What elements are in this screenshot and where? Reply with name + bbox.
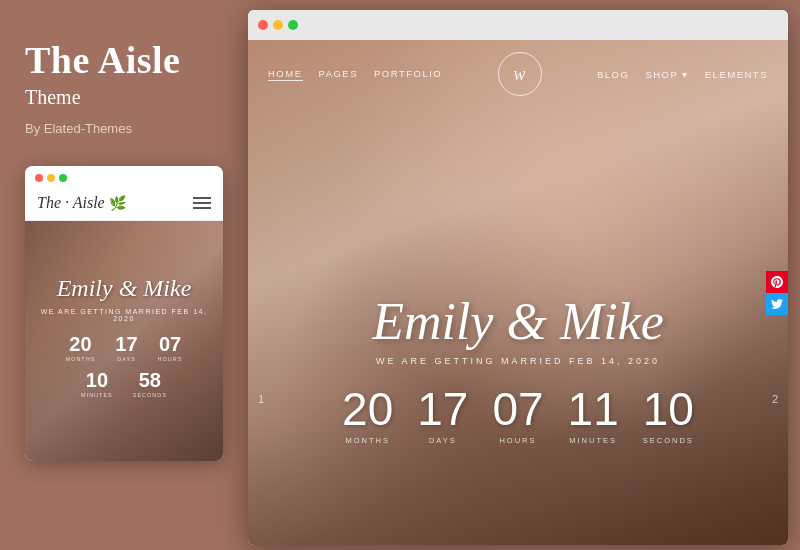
browser-bar (248, 10, 788, 40)
desktop-count-minutes: 11 MINUTES (568, 386, 619, 445)
desktop-count-minutes-label: MINUTES (569, 436, 617, 445)
mobile-count-minutes: 10 MINUTES (81, 370, 113, 398)
dot-yellow (47, 174, 55, 182)
mobile-count-hours-label: HOURS (158, 356, 183, 362)
social-icons (766, 271, 788, 315)
mobile-count-seconds: 58 SECONDS (133, 370, 167, 398)
browser-dot-red (258, 20, 268, 30)
mobile-dots-bar (25, 166, 223, 186)
hamburger-line-2 (193, 202, 211, 204)
desktop-count-seconds-label: SECONDS (643, 436, 694, 445)
desktop-countdown: 20 MONTHS 17 DAYS 07 HOURS 11 MINUTES 10 (342, 386, 694, 445)
mobile-preview: The · Aisle 🌿 Emily & Mike WE ARE GETTIN… (25, 166, 223, 461)
desktop-count-hours: 07 HOURS (492, 386, 543, 445)
twitter-icon[interactable] (766, 293, 788, 315)
hamburger-line-1 (193, 197, 211, 199)
desktop-count-days: 17 DAYS (417, 386, 468, 445)
mobile-countdown-row2: 10 MINUTES 58 SECONDS (81, 370, 167, 398)
desktop-navbar: HOME PAGES PORTFOLIO w BLOG SHOP ▾ ELEME… (248, 40, 788, 108)
nav-links-left: HOME PAGES PORTFOLIO (268, 68, 442, 81)
mobile-navbar: The · Aisle 🌿 (25, 186, 223, 221)
nav-portfolio[interactable]: PORTFOLIO (374, 68, 442, 81)
mobile-count-minutes-label: MINUTES (81, 392, 113, 398)
mobile-countdown-row1: 20 MONTHS 17 DAYS 07 HOURS (66, 334, 183, 362)
mobile-count-seconds-label: SECONDS (133, 392, 167, 398)
left-panel: The Aisle Theme By Elated-Themes The · A… (0, 0, 245, 550)
nav-elements[interactable]: ELEMENTS (705, 69, 768, 80)
mobile-logo: The · Aisle 🌿 (37, 194, 126, 212)
desktop-couple-name: Emily & Mike (372, 296, 664, 348)
desktop-hero-content: Emily & Mike WE ARE GETTING MARRIED FEB … (248, 296, 788, 445)
dot-red (35, 174, 43, 182)
mobile-count-seconds-num: 58 (139, 370, 161, 390)
hamburger-button[interactable] (193, 197, 211, 209)
desktop-count-months-num: 20 (342, 386, 393, 432)
mobile-count-minutes-num: 10 (86, 370, 108, 390)
desktop-count-minutes-num: 11 (568, 386, 619, 432)
mobile-count-months-label: MONTHS (66, 356, 96, 362)
mobile-count-days-label: DAYS (117, 356, 136, 362)
desktop-hero: HOME PAGES PORTFOLIO w BLOG SHOP ▾ ELEME… (248, 40, 788, 545)
mobile-hero-content: Emily & Mike WE ARE GETTING MARRIED FEB … (25, 221, 223, 461)
mobile-count-days: 17 DAYS (115, 334, 137, 362)
desktop-count-seconds: 10 SECONDS (643, 386, 694, 445)
leaf-icon: 🌿 (109, 196, 126, 211)
desktop-count-days-num: 17 (417, 386, 468, 432)
desktop-count-seconds-num: 10 (643, 386, 694, 432)
desktop-tagline: WE ARE GETTING MARRIED FEB 14, 2020 (376, 356, 660, 366)
mobile-hero: Emily & Mike WE ARE GETTING MARRIED FEB … (25, 221, 223, 461)
mobile-tagline: WE ARE GETTING MARRIED FEB 14, 2020 (35, 308, 213, 322)
mobile-count-months-num: 20 (69, 334, 91, 354)
mobile-count-days-num: 17 (115, 334, 137, 354)
browser-dot-yellow (273, 20, 283, 30)
nav-pages[interactable]: PAGES (319, 68, 359, 81)
desktop-count-months: 20 MONTHS (342, 386, 393, 445)
theme-title: The Aisle (25, 40, 220, 82)
hamburger-line-3 (193, 207, 211, 209)
nav-logo[interactable]: w (498, 52, 542, 96)
desktop-count-months-label: MONTHS (345, 436, 390, 445)
mobile-count-hours-num: 07 (159, 334, 181, 354)
mobile-count-hours: 07 HOURS (158, 334, 183, 362)
mobile-couple-name: Emily & Mike (57, 275, 192, 302)
theme-author: By Elated-Themes (25, 121, 220, 136)
nav-logo-letter: w (514, 64, 526, 85)
browser-dot-green (288, 20, 298, 30)
desktop-count-hours-num: 07 (492, 386, 543, 432)
nav-home[interactable]: HOME (268, 68, 303, 81)
theme-subtitle: Theme (25, 86, 220, 109)
pinterest-icon[interactable] (766, 271, 788, 293)
mobile-count-months: 20 MONTHS (66, 334, 96, 362)
nav-blog[interactable]: BLOG (597, 69, 629, 80)
nav-links-right: BLOG SHOP ▾ ELEMENTS (597, 69, 768, 80)
dot-green (59, 174, 67, 182)
page-next[interactable]: 2 (772, 393, 778, 405)
page-prev[interactable]: 1 (258, 393, 264, 405)
desktop-count-hours-label: HOURS (499, 436, 536, 445)
nav-shop[interactable]: SHOP ▾ (645, 69, 688, 80)
desktop-count-days-label: DAYS (429, 436, 457, 445)
desktop-browser: HOME PAGES PORTFOLIO w BLOG SHOP ▾ ELEME… (248, 10, 788, 545)
